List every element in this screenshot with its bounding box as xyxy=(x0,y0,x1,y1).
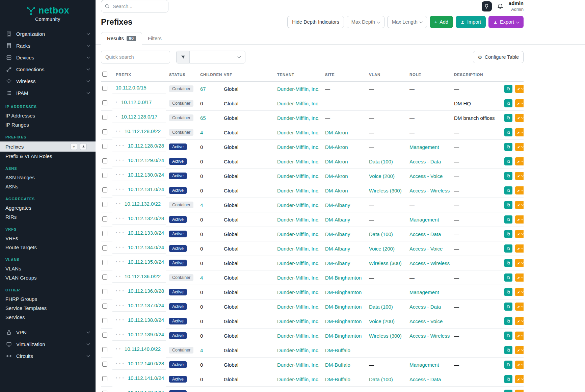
copy-button[interactable] xyxy=(504,303,512,311)
vlan-value[interactable]: Wireless (300) xyxy=(369,188,402,193)
prefix-link[interactable]: 10.112.132.0/22 xyxy=(125,201,161,207)
sidebar-item-aggregates[interactable]: Aggregates xyxy=(0,203,96,212)
max-length-dropdown[interactable]: Max Length xyxy=(387,16,427,28)
tenant-link[interactable]: Dunder-Mifflin, Inc. xyxy=(277,159,320,164)
row-checkbox[interactable] xyxy=(102,144,107,149)
site-value[interactable]: DM-Akron xyxy=(325,144,348,150)
site-value[interactable]: DM-Akron xyxy=(325,188,348,193)
tenant-link[interactable]: Dunder-Mifflin, Inc. xyxy=(277,173,320,179)
copy-button[interactable] xyxy=(504,143,512,151)
import-button[interactable]: Import xyxy=(456,16,486,28)
row-checkbox[interactable] xyxy=(102,275,107,280)
edit-button[interactable] xyxy=(515,201,524,209)
filter-button[interactable] xyxy=(176,51,190,63)
edit-button[interactable] xyxy=(515,186,524,194)
edit-button[interactable] xyxy=(515,361,524,369)
row-checkbox[interactable] xyxy=(102,391,107,392)
prefix-link[interactable]: 10.112.136.0/28 xyxy=(128,288,164,294)
edit-button[interactable] xyxy=(515,215,524,224)
edit-button[interactable] xyxy=(515,85,524,93)
edit-button[interactable] xyxy=(515,157,524,165)
site-value[interactable]: DM-Albany xyxy=(325,260,350,266)
role-value[interactable]: Management xyxy=(409,217,439,223)
tenant-link[interactable]: Dunder-Mifflin, Inc. xyxy=(277,144,320,150)
children-count[interactable]: 65 xyxy=(200,115,206,121)
tenant-link[interactable]: Dunder-Mifflin, Inc. xyxy=(277,289,320,295)
copy-button[interactable] xyxy=(504,186,512,194)
prefix-link[interactable]: 10.112.140.0/22 xyxy=(125,346,161,352)
column-header-role[interactable]: ROLE xyxy=(406,68,451,82)
tenant-link[interactable]: Dunder-Mifflin, Inc. xyxy=(277,362,320,368)
children-count[interactable]: 4 xyxy=(200,130,203,135)
edit-button[interactable] xyxy=(515,259,524,267)
prefix-link[interactable]: 10.112.129.0/24 xyxy=(128,157,164,163)
row-checkbox[interactable] xyxy=(102,245,107,251)
row-checkbox[interactable] xyxy=(102,231,107,236)
copy-button[interactable] xyxy=(504,288,512,296)
sidebar-item-asn-ranges[interactable]: ASN Ranges xyxy=(0,173,96,182)
copy-button[interactable] xyxy=(504,172,512,180)
prefix-link[interactable]: 10.112.0.0/17 xyxy=(121,99,152,105)
copy-button[interactable] xyxy=(504,157,512,165)
row-checkbox[interactable] xyxy=(102,260,107,265)
role-value[interactable]: Access - Wireless xyxy=(409,260,450,266)
sidebar-item-ipam[interactable]: IPAM xyxy=(0,87,96,99)
role-value[interactable]: Access - Data xyxy=(409,304,441,310)
configure-table-button[interactable]: ⚙Configure Table xyxy=(473,51,524,63)
row-checkbox[interactable] xyxy=(102,173,107,178)
tenant-link[interactable]: Dunder-Mifflin, Inc. xyxy=(277,188,320,193)
site-value[interactable]: DM-Buffalo xyxy=(325,347,350,353)
tenant-link[interactable]: Dunder-Mifflin, Inc. xyxy=(277,304,320,310)
sidebar-item-ip-addresses[interactable]: IP Addresses xyxy=(0,111,96,120)
row-checkbox[interactable] xyxy=(102,202,107,207)
row-checkbox[interactable] xyxy=(102,187,107,192)
copy-button[interactable] xyxy=(504,85,512,93)
max-depth-dropdown[interactable]: Max Depth xyxy=(347,16,384,28)
sidebar-item-vlans[interactable]: VLANs xyxy=(0,264,96,273)
sidebar-item-organization[interactable]: Organization xyxy=(0,28,96,40)
quick-search-input[interactable] xyxy=(101,51,170,63)
copy-button[interactable] xyxy=(504,201,512,209)
row-checkbox[interactable] xyxy=(102,333,107,338)
tenant-link[interactable]: Dunder-Mifflin, Inc. xyxy=(277,347,320,353)
copy-button[interactable] xyxy=(504,215,512,224)
column-header-children[interactable]: CHILDREN xyxy=(197,68,220,82)
prefix-link[interactable]: 10.112.137.0/24 xyxy=(128,303,164,308)
vlan-value[interactable]: Data (100) xyxy=(369,304,393,310)
tenant-link[interactable]: Dunder-Mifflin, Inc. xyxy=(277,217,320,223)
tenant-link[interactable]: Dunder-Mifflin, Inc. xyxy=(277,86,320,92)
sidebar-item-prefixes[interactable]: Prefixes + xyxy=(0,141,96,152)
tenant-link[interactable]: Dunder-Mifflin, Inc. xyxy=(277,275,320,281)
copy-button[interactable] xyxy=(504,273,512,282)
site-value[interactable]: DM-Binghamton xyxy=(325,289,362,295)
sidebar-item-wireless[interactable]: Wireless xyxy=(0,75,96,87)
user-menu[interactable]: admin Admin xyxy=(509,0,524,12)
column-header-status[interactable]: STATUS xyxy=(166,68,197,82)
edit-button[interactable] xyxy=(515,332,524,340)
sidebar-item-devices[interactable]: Devices xyxy=(0,52,96,63)
search-input[interactable] xyxy=(101,0,168,12)
copy-button[interactable] xyxy=(504,259,512,267)
sidebar-item-connections[interactable]: Connections xyxy=(0,63,96,75)
vlan-value[interactable]: Voice (200) xyxy=(369,173,395,179)
edit-button[interactable] xyxy=(515,273,524,282)
prefix-link[interactable]: 10.112.128.0/28 xyxy=(128,143,164,149)
copy-button[interactable] xyxy=(504,99,512,107)
children-count[interactable]: 4 xyxy=(200,202,203,208)
vlan-value[interactable]: Voice (200) xyxy=(369,246,395,252)
tenant-link[interactable]: Dunder-Mifflin, Inc. xyxy=(277,318,320,324)
copy-button[interactable] xyxy=(504,230,512,238)
theme-toggle-button[interactable] xyxy=(482,1,492,11)
sidebar-item-fhrp-groups[interactable]: FHRP Groups xyxy=(0,294,96,304)
column-header-tenant[interactable]: TENANT xyxy=(274,68,322,82)
role-value[interactable]: Access - Data xyxy=(409,159,441,164)
prefix-link[interactable]: 10.112.134.0/24 xyxy=(128,244,164,250)
prefix-link[interactable]: 10.112.128.0/17 xyxy=(121,114,157,120)
children-count[interactable]: 4 xyxy=(200,347,203,353)
prefix-link[interactable]: 10.112.140.0/28 xyxy=(128,361,164,366)
copy-button[interactable] xyxy=(504,346,512,354)
tenant-link[interactable]: Dunder-Mifflin, Inc. xyxy=(277,333,320,339)
role-value[interactable]: Access - Wireless xyxy=(409,333,450,339)
column-header-vrf[interactable]: VRF xyxy=(220,68,274,82)
edit-button[interactable] xyxy=(515,303,524,311)
